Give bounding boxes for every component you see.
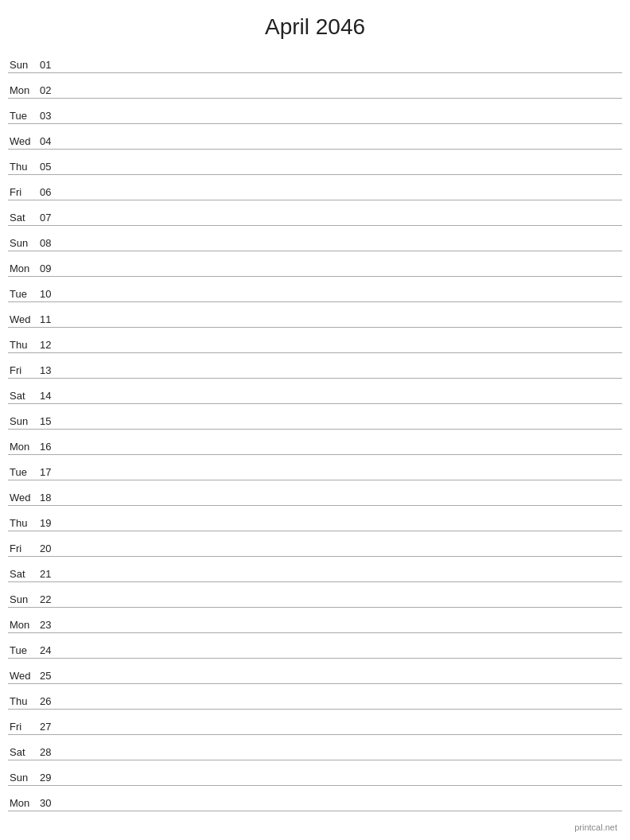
- day-line: [64, 146, 622, 147]
- day-name: Fri: [8, 186, 40, 198]
- day-number: 08: [40, 237, 64, 249]
- day-line: [64, 350, 622, 351]
- day-number: 07: [40, 212, 64, 224]
- day-number: 22: [40, 593, 64, 605]
- day-number: 12: [40, 339, 64, 351]
- day-line: [64, 172, 622, 173]
- page-title: April 2046: [0, 0, 630, 48]
- day-number: 21: [40, 568, 64, 580]
- day-name: Tue: [8, 644, 40, 656]
- table-row: Tue10: [8, 277, 622, 302]
- day-name: Fri: [8, 542, 40, 554]
- day-line: [64, 426, 622, 427]
- table-row: Thu05: [8, 150, 622, 175]
- day-number: 09: [40, 262, 64, 274]
- table-row: Wed11: [8, 302, 622, 328]
- day-name: Fri: [8, 364, 40, 376]
- day-number: 05: [40, 161, 64, 173]
- day-name: Thu: [8, 695, 40, 707]
- day-line: [64, 274, 622, 274]
- table-row: Thu26: [8, 684, 622, 710]
- day-line: [64, 579, 622, 580]
- table-row: Tue24: [8, 633, 622, 659]
- day-line: [64, 808, 622, 809]
- day-name: Sat: [8, 212, 40, 224]
- table-row: Thu12: [8, 328, 622, 353]
- table-row: Sat21: [8, 557, 622, 582]
- day-line: [64, 197, 622, 198]
- day-number: 27: [40, 721, 64, 733]
- day-number: 15: [40, 415, 64, 427]
- day-name: Sat: [8, 390, 40, 402]
- day-name: Sat: [8, 568, 40, 580]
- table-row: Sat14: [8, 379, 622, 404]
- table-row: Sun08: [8, 226, 622, 251]
- day-name: Thu: [8, 517, 40, 529]
- table-row: Mon02: [8, 73, 622, 99]
- table-row: Sun01: [8, 48, 622, 73]
- table-row: Sat28: [8, 735, 622, 760]
- footer-text: printcal.net: [574, 822, 617, 832]
- day-name: Wed: [8, 135, 40, 147]
- day-name: Thu: [8, 339, 40, 351]
- day-line: [64, 375, 622, 376]
- day-line: [64, 630, 622, 631]
- table-row: Fri27: [8, 710, 622, 735]
- table-row: Mon23: [8, 608, 622, 633]
- day-line: [64, 503, 622, 504]
- day-line: [64, 477, 622, 478]
- day-number: 29: [40, 772, 64, 784]
- day-name: Thu: [8, 161, 40, 173]
- day-name: Sun: [8, 415, 40, 427]
- table-row: Wed04: [8, 124, 622, 150]
- table-row: Tue17: [8, 455, 622, 480]
- day-line: [64, 121, 622, 122]
- day-name: Sun: [8, 593, 40, 605]
- day-name: Wed: [8, 492, 40, 504]
- day-name: Fri: [8, 721, 40, 733]
- day-number: 19: [40, 517, 64, 529]
- day-line: [64, 732, 622, 733]
- table-row: Sun22: [8, 582, 622, 608]
- day-line: [64, 452, 622, 453]
- table-row: Mon16: [8, 430, 622, 455]
- day-number: 06: [40, 186, 64, 198]
- day-number: 04: [40, 135, 64, 147]
- day-number: 23: [40, 619, 64, 631]
- day-line: [64, 248, 622, 249]
- day-name: Wed: [8, 313, 40, 325]
- table-row: Mon09: [8, 251, 622, 277]
- table-row: Sat07: [8, 200, 622, 226]
- day-number: 28: [40, 746, 64, 758]
- day-line: [64, 223, 622, 224]
- calendar-grid: Sun01Mon02Tue03Wed04Thu05Fri06Sat07Sun08…: [0, 48, 630, 811]
- table-row: Fri06: [8, 175, 622, 200]
- day-line: [64, 706, 622, 707]
- day-number: 13: [40, 364, 64, 376]
- day-line: [64, 554, 622, 554]
- table-row: Wed25: [8, 659, 622, 684]
- day-name: Mon: [8, 797, 40, 809]
- table-row: Mon30: [8, 786, 622, 811]
- day-line: [64, 401, 622, 402]
- day-number: 10: [40, 288, 64, 300]
- day-name: Tue: [8, 110, 40, 122]
- day-name: Tue: [8, 288, 40, 300]
- day-number: 26: [40, 695, 64, 707]
- day-line: [64, 783, 622, 784]
- day-name: Sun: [8, 237, 40, 249]
- day-name: Mon: [8, 262, 40, 274]
- day-number: 14: [40, 390, 64, 402]
- table-row: Fri13: [8, 353, 622, 379]
- table-row: Sun15: [8, 404, 622, 430]
- day-name: Sun: [8, 59, 40, 71]
- day-name: Mon: [8, 441, 40, 453]
- day-number: 20: [40, 542, 64, 554]
- day-line: [64, 299, 622, 300]
- day-line: [64, 70, 622, 71]
- table-row: Fri20: [8, 531, 622, 557]
- day-name: Sun: [8, 772, 40, 784]
- day-name: Mon: [8, 619, 40, 631]
- day-line: [64, 655, 622, 656]
- day-line: [64, 681, 622, 682]
